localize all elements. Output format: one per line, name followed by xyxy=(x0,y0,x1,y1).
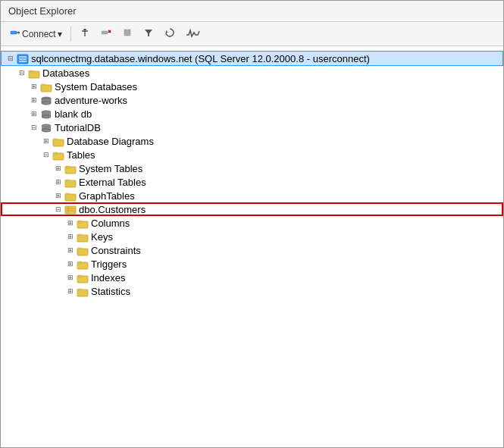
tables-expander[interactable] xyxy=(40,149,52,161)
triggers-icon xyxy=(77,258,91,270)
adventure-works-label: adventure-works xyxy=(55,95,127,106)
blank-db-node[interactable]: blank db xyxy=(1,107,503,121)
pin-button[interactable] xyxy=(75,25,95,42)
tables-node[interactable]: Tables xyxy=(1,148,503,161)
system-databases-node[interactable]: System Databases xyxy=(1,80,503,93)
tables-icon xyxy=(52,149,67,161)
svg-rect-15 xyxy=(19,61,27,62)
tables-label: Tables xyxy=(67,149,95,161)
statistics-label: Statistics xyxy=(91,286,130,297)
disconnect-button[interactable] xyxy=(96,25,116,42)
blank-db-expander[interactable] xyxy=(28,108,40,120)
refresh-icon xyxy=(164,27,175,40)
filter-button[interactable] xyxy=(139,25,158,42)
svg-rect-17 xyxy=(29,70,33,72)
databases-label: Databases xyxy=(42,67,89,79)
constraints-node[interactable]: Constraints xyxy=(1,243,503,257)
svg-rect-45 xyxy=(77,221,82,222)
svg-rect-31 xyxy=(53,139,58,140)
svg-rect-53 xyxy=(77,275,82,277)
svg-rect-35 xyxy=(65,166,70,168)
toolbar-separator-1 xyxy=(70,27,71,42)
tutorialdb-node[interactable]: TutorialDB xyxy=(1,121,503,134)
object-tree: sqlconnectmg.database.windows.net (SQL S… xyxy=(1,49,503,299)
stop-button[interactable] xyxy=(117,25,137,42)
svg-rect-51 xyxy=(77,262,82,263)
activity-button[interactable] xyxy=(181,25,205,42)
svg-rect-0 xyxy=(11,31,17,34)
db-diagrams-icon xyxy=(52,135,67,147)
graph-tables-label: GraphTables xyxy=(79,190,135,202)
triggers-expander[interactable] xyxy=(64,258,77,270)
svg-rect-54 xyxy=(77,290,88,296)
window-title: Object Explorer xyxy=(8,5,77,17)
system-databases-expander[interactable] xyxy=(28,80,40,92)
svg-rect-34 xyxy=(65,167,76,174)
connect-label: Connect xyxy=(22,29,56,39)
adventure-works-expander[interactable] xyxy=(28,94,40,106)
server-icon xyxy=(17,52,31,64)
server-node[interactable]: sqlconnectmg.database.windows.net (SQL S… xyxy=(1,51,503,66)
system-tables-expander[interactable] xyxy=(52,162,64,174)
system-databases-folder-icon xyxy=(40,80,55,92)
object-explorer-window: Object Explorer Connect ▾ xyxy=(0,0,504,448)
connect-icon xyxy=(10,27,20,40)
databases-expander[interactable] xyxy=(16,67,28,79)
svg-rect-50 xyxy=(77,262,88,269)
svg-rect-47 xyxy=(77,234,82,236)
svg-rect-33 xyxy=(53,152,58,154)
tutorialdb-icon xyxy=(40,121,55,133)
svg-rect-36 xyxy=(65,180,76,187)
system-tables-node[interactable]: System Tables xyxy=(1,161,503,175)
indexes-label: Indexes xyxy=(91,272,126,284)
adventure-works-db-icon xyxy=(40,94,55,106)
external-tables-label: External Tables xyxy=(79,177,146,188)
statistics-node[interactable]: Statistics xyxy=(1,284,503,298)
indexes-node[interactable]: Indexes xyxy=(1,271,503,284)
svg-rect-6 xyxy=(102,31,108,34)
svg-rect-46 xyxy=(77,235,88,242)
triggers-node[interactable]: Triggers xyxy=(1,257,503,271)
svg-marker-10 xyxy=(145,30,152,36)
pin-icon xyxy=(80,27,90,40)
columns-node[interactable]: Columns xyxy=(1,216,503,230)
refresh-button[interactable] xyxy=(160,25,180,42)
dbo-customers-node[interactable]: dbo.Customers xyxy=(1,202,503,216)
db-diagrams-node[interactable]: Database Diagrams xyxy=(1,134,503,148)
svg-rect-39 xyxy=(65,193,70,195)
filter-icon xyxy=(143,27,154,40)
external-tables-expander[interactable] xyxy=(52,176,64,188)
svg-rect-49 xyxy=(77,248,82,249)
connect-button[interactable]: Connect ▾ xyxy=(5,25,67,42)
server-expander[interactable] xyxy=(5,52,17,64)
adventure-works-node[interactable]: adventure-works xyxy=(1,93,503,107)
keys-node[interactable]: Keys xyxy=(1,230,503,243)
external-tables-node[interactable]: External Tables xyxy=(1,175,503,189)
tutorialdb-expander[interactable] xyxy=(28,121,40,133)
system-tables-label: System Tables xyxy=(79,163,142,174)
db-diagrams-expander[interactable] xyxy=(40,135,52,147)
svg-rect-9 xyxy=(124,30,130,36)
statistics-expander[interactable] xyxy=(64,285,77,297)
svg-rect-16 xyxy=(29,71,39,78)
svg-rect-48 xyxy=(77,249,88,255)
graph-tables-node[interactable]: GraphTables xyxy=(1,189,503,202)
system-tables-icon xyxy=(64,162,79,174)
db-diagrams-label: Database Diagrams xyxy=(67,136,154,147)
svg-rect-40 xyxy=(65,206,76,214)
indexes-icon xyxy=(77,271,91,284)
tutorialdb-label: TutorialDB xyxy=(55,122,101,133)
dbo-customers-expander[interactable] xyxy=(52,203,64,215)
indexes-expander[interactable] xyxy=(64,271,77,284)
svg-rect-52 xyxy=(77,276,88,283)
columns-expander[interactable] xyxy=(64,217,77,229)
databases-node[interactable]: Databases xyxy=(1,66,503,80)
keys-label: Keys xyxy=(91,231,113,243)
constraints-label: Constraints xyxy=(91,245,141,256)
graph-tables-expander[interactable] xyxy=(52,190,64,202)
constraints-expander[interactable] xyxy=(64,244,77,256)
blank-db-icon xyxy=(40,108,55,120)
svg-rect-55 xyxy=(77,289,82,290)
keys-expander[interactable] xyxy=(64,230,77,243)
dbo-customers-icon xyxy=(64,203,79,215)
